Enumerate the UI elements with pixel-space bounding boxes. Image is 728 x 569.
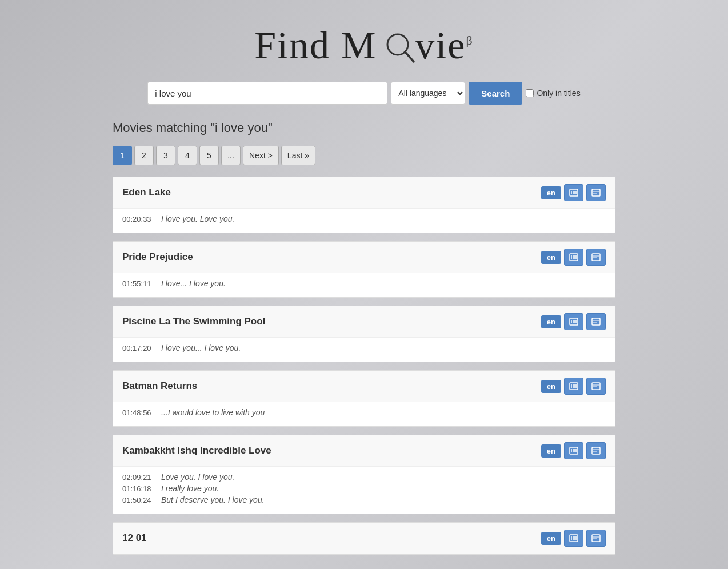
subtitle-text: Love you. I love you. — [161, 472, 234, 482]
subtitle-text: ...I would love to live with you — [161, 408, 265, 417]
search-button[interactable]: Search — [469, 82, 522, 105]
page-btn-1[interactable]: 1 — [113, 146, 132, 165]
subtitle-text: But I deserve you. I love you. — [161, 495, 265, 504]
subtitle-time: 02:09:21 — [122, 473, 157, 482]
movie-card-pride-prejudice: Pride Prejudice en 01:55:11 I love... I … — [113, 241, 615, 298]
movie-header: Batman Returns en — [113, 371, 615, 402]
imdb-button[interactable] — [564, 378, 583, 395]
svg-rect-34 — [570, 447, 578, 454]
svg-rect-39 — [592, 447, 600, 454]
lang-badge-en[interactable]: en — [541, 251, 561, 264]
svg-rect-47 — [592, 535, 600, 542]
subtitle-time: 01:50:24 — [122, 496, 157, 504]
movie-actions: en — [541, 313, 606, 330]
subtitle-button[interactable] — [586, 530, 606, 547]
subtitle-time: 01:55:11 — [122, 279, 157, 288]
subtitle-time: 00:17:20 — [122, 344, 157, 352]
page-btn-ellipsis[interactable]: ... — [221, 146, 241, 165]
pagination: 1 2 3 4 5 ... Next > Last » — [113, 146, 615, 165]
results-heading: Movies matching "i love you" — [113, 121, 615, 135]
lang-badge-en[interactable]: en — [541, 315, 561, 328]
movie-title: Batman Returns — [122, 380, 197, 392]
movie-title: 12 01 — [122, 532, 147, 544]
movie-list: Eden Lake en 00:20:33 I love you. Love y… — [113, 177, 615, 555]
movie-header: Pride Prejudice en — [113, 242, 615, 273]
svg-rect-2 — [570, 189, 578, 196]
subtitle-time: 01:16:18 — [122, 484, 157, 493]
search-input[interactable] — [147, 82, 387, 105]
movie-actions: en — [541, 530, 606, 547]
imdb-button[interactable] — [564, 184, 583, 201]
imdb-button[interactable] — [564, 313, 583, 330]
page-btn-4[interactable]: 4 — [178, 146, 197, 165]
page-btn-next[interactable]: Next > — [243, 146, 279, 165]
movie-title: Piscine La The Swimming Pool — [122, 316, 265, 327]
movie-subtitles: 02:09:21 Love you. I love you. 01:16:18 … — [113, 467, 615, 514]
subtitle-line: 00:17:20 I love you... I love you. — [122, 343, 606, 352]
svg-rect-42 — [570, 535, 578, 542]
logo-area: Find M vieβ — [113, 11, 615, 82]
movie-actions: en — [541, 378, 606, 395]
movie-card-kambakkht: Kambakkht Ishq Incredible Love en 02:09:… — [113, 435, 615, 514]
search-area: All languages English French Spanish Ger… — [113, 82, 615, 105]
movie-header: 12 01 en — [113, 523, 615, 554]
only-titles-checkbox[interactable] — [526, 89, 534, 97]
svg-rect-31 — [592, 383, 600, 390]
subtitle-button[interactable] — [586, 313, 606, 330]
movie-card-piscine: Piscine La The Swimming Pool en 00:17:20… — [113, 306, 615, 362]
only-titles-text: Only in titles — [537, 89, 580, 98]
movie-title: Kambakkht Ishq Incredible Love — [122, 445, 271, 456]
lang-badge-en[interactable]: en — [541, 444, 561, 458]
svg-rect-18 — [570, 318, 578, 325]
svg-rect-7 — [592, 189, 600, 196]
lang-badge-en[interactable]: en — [541, 186, 561, 199]
lang-badge-en[interactable]: en — [541, 532, 561, 545]
movie-card-batman-returns: Batman Returns en 01:48:56 ...I would lo… — [113, 370, 615, 427]
movie-card-eden-lake: Eden Lake en 00:20:33 I love you. Love y… — [113, 177, 615, 233]
magnifier-icon — [385, 32, 416, 66]
page-btn-last[interactable]: Last » — [281, 146, 315, 165]
page-btn-5[interactable]: 5 — [199, 146, 219, 165]
imdb-button[interactable] — [564, 530, 583, 547]
subtitle-button[interactable] — [586, 442, 606, 459]
movie-header: Kambakkht Ishq Incredible Love en — [113, 435, 615, 467]
subtitle-text: I love you. Love you. — [161, 214, 234, 223]
imdb-button[interactable] — [564, 442, 583, 459]
lang-badge-en[interactable]: en — [541, 380, 561, 393]
logo-beta: β — [466, 33, 474, 47]
movie-subtitles: 01:55:11 I love... I love you. — [113, 273, 615, 297]
imdb-button[interactable] — [564, 249, 583, 266]
movie-card-1201: 12 01 en — [113, 522, 615, 555]
subtitle-time: 00:20:33 — [122, 215, 157, 223]
svg-rect-23 — [592, 318, 600, 325]
movie-subtitles: 00:17:20 I love you... I love you. — [113, 338, 615, 362]
movie-actions: en — [541, 184, 606, 201]
movie-header: Piscine La The Swimming Pool en — [113, 306, 615, 338]
subtitle-text: I really love you. — [161, 484, 219, 493]
subtitle-text: I love... I love you. — [161, 279, 226, 288]
svg-line-1 — [405, 52, 414, 62]
movie-actions: en — [541, 249, 606, 266]
subtitle-button[interactable] — [586, 184, 606, 201]
svg-rect-15 — [592, 254, 600, 261]
subtitle-line: 01:55:11 I love... I love you. — [122, 279, 606, 288]
subtitle-line: 00:20:33 I love you. Love you. — [122, 214, 606, 223]
movie-header: Eden Lake en — [113, 177, 615, 209]
subtitle-button[interactable] — [586, 378, 606, 395]
subtitle-line: 01:50:24 But I deserve you. I love you. — [122, 495, 606, 504]
page-btn-2[interactable]: 2 — [134, 146, 154, 165]
subtitle-time: 01:48:56 — [122, 408, 157, 417]
subtitle-line: 02:09:21 Love you. I love you. — [122, 472, 606, 482]
only-titles-label[interactable]: Only in titles — [526, 89, 580, 98]
svg-rect-10 — [570, 254, 578, 261]
page-btn-3[interactable]: 3 — [156, 146, 175, 165]
subtitle-line: 01:16:18 I really love you. — [122, 484, 606, 493]
subtitle-button[interactable] — [586, 249, 606, 266]
subtitle-text: I love you... I love you. — [161, 343, 241, 352]
movie-subtitles: 01:48:56 ...I would love to live with yo… — [113, 402, 615, 426]
language-select[interactable]: All languages English French Spanish Ger… — [391, 82, 465, 105]
movie-title: Pride Prejudice — [122, 251, 193, 263]
svg-rect-26 — [570, 383, 578, 390]
movie-subtitles: 00:20:33 I love you. Love you. — [113, 209, 615, 233]
logo-title: Find M vieβ — [254, 23, 473, 68]
